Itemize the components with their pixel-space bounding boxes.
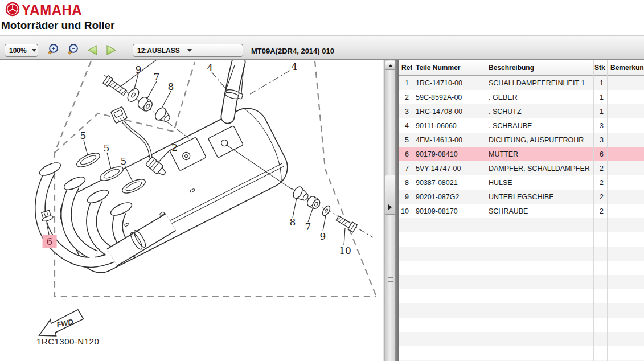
section-select-value: 12:AUSLASS (133, 44, 184, 56)
zoom-level-select[interactable]: 100% (5, 44, 38, 57)
cell-part-number: 90111-06060 (412, 122, 485, 130)
cell-part-number: 90201-087G2 (412, 193, 485, 201)
zoom-level-dropdown-button[interactable] (31, 44, 38, 56)
cell-description: SCHALLDAMPFEREINHEIT 1 (485, 79, 593, 87)
cell-quantity: 2 (593, 193, 607, 201)
diagram-pane: FWD 978442555687910 1RC1300-N120 (0, 60, 383, 361)
cell-part-number: 90109-08170 (412, 207, 485, 215)
zoom-level-value: 100% (5, 44, 31, 56)
diagram-callout-9[interactable]: 9 (320, 232, 326, 241)
column-divider (485, 60, 485, 361)
forward-arrow-icon (105, 44, 118, 56)
diagram-callout-10[interactable]: 10 (339, 246, 351, 256)
page-header: YAMAHA Motorräder und Roller (0, 0, 644, 35)
cell-quantity: 3 (593, 122, 607, 130)
toolbar: 100% (0, 35, 644, 60)
column-divider (607, 60, 608, 361)
cell-part-number: 1RC-14708-00 (412, 108, 485, 116)
cell-quantity: 2 (593, 179, 607, 187)
pane-divider (383, 60, 399, 361)
vertical-scrollbar[interactable] (384, 60, 396, 361)
cell-ref: 9 (399, 193, 412, 201)
diagram-callout-7[interactable]: 7 (154, 72, 160, 82)
cell-part-number: 59C-8592A-00 (412, 93, 485, 101)
diagram-callout-5[interactable]: 5 (104, 143, 110, 153)
main-area: FWD 978442555687910 1RC1300-N120 Ref Tei… (0, 60, 644, 361)
cell-quantity: 1 (593, 79, 607, 87)
diagram-callout-5[interactable]: 5 (80, 131, 87, 141)
cell-quantity: 1 (593, 108, 607, 116)
cell-description: MUTTER (485, 150, 593, 158)
cell-quantity: 6 (593, 150, 607, 158)
diagram-callout-6[interactable]: 6 (43, 235, 57, 248)
cell-description: DAMPFER, SCHALLDAMPFER (485, 165, 593, 173)
parts-catalog-app: { "header": { "brand": "YAMAHA", "subtit… (0, 0, 644, 361)
model-label: MT09A(2DR4, 2014) 010 (251, 47, 334, 57)
cell-part-number: 4FM-14613-00 (412, 136, 485, 144)
cell-ref: 3 (399, 108, 412, 116)
section-select[interactable]: 12:AUSLASS (133, 44, 243, 57)
cell-ref: 6 (399, 150, 412, 158)
cell-part-number: 1RC-14710-00 (412, 79, 485, 87)
cell-description: DICHTUNG, AUSPUFFROHR (485, 136, 593, 144)
column-header-quantity: Stk (593, 64, 607, 72)
column-header-description: Beschreibung (485, 64, 593, 72)
drawing-number: 1RC1300-N120 (36, 337, 99, 346)
page-title: Motorräder und Roller (1, 19, 115, 32)
brand-wordmark: YAMAHA (22, 2, 82, 18)
cell-ref: 1 (399, 79, 412, 87)
cell-ref: 8 (399, 179, 412, 187)
diagram-callout-8[interactable]: 8 (168, 82, 174, 92)
column-divider (412, 60, 412, 361)
diagram-callout-4[interactable]: 4 (207, 63, 214, 73)
callout-layer: 978442555687910 (0, 60, 383, 361)
cell-description: . SCHRAUBE (485, 122, 593, 130)
diagram-callout-2[interactable]: 2 (172, 143, 178, 153)
cell-part-number: 90179-08410 (412, 150, 485, 158)
chevron-down-icon (187, 49, 192, 52)
divider-collapse-icon[interactable] (388, 204, 392, 210)
arrow-up-icon (388, 64, 393, 67)
cell-quantity: 1 (593, 93, 607, 101)
cell-quantity: 2 (593, 165, 607, 173)
next-page-button[interactable] (104, 43, 119, 57)
parts-table: Ref Teile Nummer Beschreibung Stk Bemerk… (399, 60, 644, 361)
column-header-remark: Bemerkung (607, 64, 644, 72)
cell-ref: 5 (399, 136, 412, 144)
cell-quantity: 2 (593, 207, 607, 215)
diagram-callout-7[interactable]: 7 (305, 222, 311, 232)
divider-bar[interactable] (395, 60, 399, 361)
divider-grip-handle[interactable] (388, 277, 393, 285)
zoom-in-magnifier-icon (45, 43, 60, 58)
zoom-in-button[interactable] (45, 43, 60, 57)
diagram-callout-8[interactable]: 8 (290, 218, 296, 227)
column-header-part-number: Teile Nummer (412, 64, 485, 72)
zoom-out-magnifier-icon (65, 43, 80, 58)
yamaha-logo-icon (5, 2, 20, 19)
cell-quantity: 3 (593, 136, 607, 144)
cell-description: . GEBER (485, 93, 593, 101)
previous-page-button[interactable] (85, 43, 100, 57)
cell-part-number: 5VY-14747-00 (412, 165, 485, 173)
scroll-up-button[interactable] (385, 61, 396, 70)
cell-ref: 4 (399, 122, 412, 130)
cell-ref: 7 (399, 165, 412, 173)
chevron-down-icon (32, 49, 36, 52)
zoom-out-button[interactable] (65, 43, 80, 57)
back-arrow-icon (86, 44, 99, 56)
section-dropdown-button[interactable] (184, 44, 195, 56)
column-divider (593, 60, 594, 361)
diagram-callout-9[interactable]: 9 (136, 65, 142, 75)
cell-ref: 10 (399, 207, 412, 215)
cell-part-number: 90387-08021 (412, 179, 485, 187)
column-header-ref: Ref (399, 64, 412, 72)
diagram-callout-5[interactable]: 5 (121, 157, 127, 166)
cell-description: HULSE (485, 179, 593, 187)
cell-description: SCHRAUBE (485, 207, 593, 215)
diagram-callout-4[interactable]: 4 (292, 62, 298, 72)
cell-description: UNTERLEGSCHIBE (485, 193, 593, 201)
cell-description: . SCHUTZ (485, 108, 593, 116)
cell-ref: 2 (399, 93, 412, 101)
